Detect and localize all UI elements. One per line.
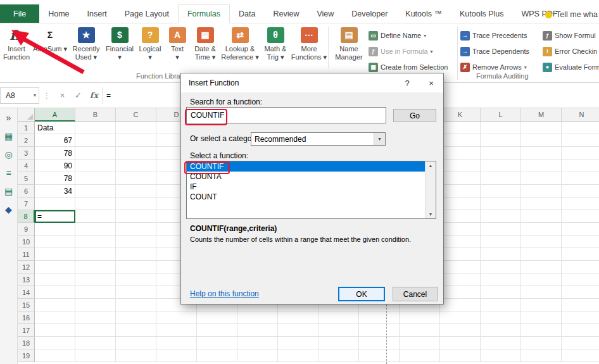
row-header-15[interactable]: 15: [18, 299, 35, 311]
cell-b4[interactable]: [75, 160, 116, 172]
cell-n3[interactable]: [562, 147, 599, 160]
cell-l8[interactable]: [481, 210, 521, 223]
date-time-button[interactable]: ▦Date &Time ▾: [190, 25, 220, 71]
cell-k7[interactable]: [440, 198, 481, 210]
insert-function-fx-button[interactable]: fx: [86, 87, 102, 104]
cell-c5[interactable]: [116, 172, 156, 185]
cell-n19[interactable]: [562, 349, 599, 362]
cell-c12[interactable]: [116, 261, 156, 273]
more-functions-button[interactable]: ⋯MoreFunctions ▾: [291, 25, 327, 71]
cell-a18[interactable]: [35, 337, 75, 349]
recently-used-button[interactable]: ★RecentlyUsed ▾: [68, 25, 104, 71]
tell-me-box[interactable]: Tell me wha: [545, 10, 599, 19]
kutools-grid-icon[interactable]: ▤: [4, 187, 13, 196]
cell-e19[interactable]: [197, 349, 237, 362]
cell-l15[interactable]: [481, 299, 521, 311]
cell-b2[interactable]: [75, 134, 116, 147]
cell-k5[interactable]: [440, 172, 481, 185]
cell-d17[interactable]: [156, 324, 197, 337]
kutools-search-icon[interactable]: ◆: [5, 205, 12, 214]
cell-l7[interactable]: [481, 198, 521, 210]
cancel-button[interactable]: Cancel: [393, 287, 438, 301]
cell-e18[interactable]: [197, 337, 237, 349]
cell-a11[interactable]: [35, 248, 75, 261]
cell-l13[interactable]: [481, 273, 521, 286]
cell-n1[interactable]: [562, 122, 599, 134]
column-header-c[interactable]: C: [116, 108, 156, 122]
cell-b15[interactable]: [75, 299, 116, 311]
cell-b9[interactable]: [75, 223, 116, 235]
error-checking-button[interactable]: !Error Checkin▾: [543, 45, 599, 58]
cell-f18[interactable]: [237, 337, 278, 349]
ok-button[interactable]: OK: [338, 287, 385, 301]
tab-kutools-plus[interactable]: Kutools Plus: [451, 4, 512, 23]
cell-l17[interactable]: [481, 324, 521, 337]
cell-a16[interactable]: [35, 311, 75, 324]
cancel-entry-button[interactable]: ×: [54, 87, 70, 104]
cell-m19[interactable]: [521, 349, 562, 362]
function-item-if[interactable]: IF: [187, 182, 425, 192]
name-manager-button[interactable]: ▤NameManager: [330, 25, 368, 71]
row-header-19[interactable]: 19: [18, 349, 35, 362]
cell-b10[interactable]: [75, 235, 116, 248]
cell-b16[interactable]: [75, 311, 116, 324]
cell-n6[interactable]: [562, 185, 599, 198]
cell-d19[interactable]: [156, 349, 197, 362]
cell-n2[interactable]: [562, 134, 599, 147]
cell-c13[interactable]: [116, 273, 156, 286]
cell-k19[interactable]: [440, 349, 481, 362]
cell-a15[interactable]: [35, 299, 75, 311]
cell-k18[interactable]: [440, 337, 481, 349]
trace-dependents-button[interactable]: →Trace Dependents: [460, 45, 529, 58]
tab-review[interactable]: Review: [264, 4, 308, 23]
function-item-counta[interactable]: COUNTA: [187, 172, 425, 182]
cell-a8[interactable]: =: [35, 210, 75, 223]
tab-page-layout[interactable]: Page Layout: [116, 4, 178, 23]
cell-k11[interactable]: [440, 248, 481, 261]
cell-g16[interactable]: [278, 311, 318, 324]
column-header-k[interactable]: K: [440, 108, 481, 122]
dialog-close-button[interactable]: ×: [419, 73, 443, 92]
cell-m5[interactable]: [521, 172, 562, 185]
cell-k10[interactable]: [440, 235, 481, 248]
cell-g17[interactable]: [278, 324, 318, 337]
tab-insert[interactable]: Insert: [79, 4, 116, 23]
cell-a5[interactable]: 78: [35, 172, 75, 185]
tab-view[interactable]: View: [308, 4, 343, 23]
cell-n13[interactable]: [562, 273, 599, 286]
cell-b19[interactable]: [75, 349, 116, 362]
tab-developer[interactable]: Developer: [343, 4, 396, 23]
cell-k2[interactable]: [440, 134, 481, 147]
cell-h16[interactable]: [318, 311, 359, 324]
cell-l1[interactable]: [481, 122, 521, 134]
scroll-down-icon[interactable]: ▼: [429, 212, 433, 217]
cell-m10[interactable]: [521, 235, 562, 248]
cell-n18[interactable]: [562, 337, 599, 349]
cell-a6[interactable]: 34: [35, 185, 75, 198]
cell-c10[interactable]: [116, 235, 156, 248]
column-header-b[interactable]: B: [75, 108, 116, 122]
cell-b11[interactable]: [75, 248, 116, 261]
cell-m1[interactable]: [521, 122, 562, 134]
function-search-input[interactable]: [186, 107, 386, 123]
cell-j19[interactable]: [400, 349, 440, 362]
logical-button[interactable]: ?Logical▾: [136, 25, 165, 71]
cell-l2[interactable]: [481, 134, 521, 147]
collapse-pane-icon[interactable]: »: [6, 113, 11, 122]
define-name-button[interactable]: ▭Define Name▾: [369, 29, 448, 42]
cell-c18[interactable]: [116, 337, 156, 349]
cell-a7[interactable]: [35, 198, 75, 210]
cell-l3[interactable]: [481, 147, 521, 160]
cell-m11[interactable]: [521, 248, 562, 261]
row-header-4[interactable]: 4: [18, 160, 35, 172]
cell-k12[interactable]: [440, 261, 481, 273]
select-all-corner[interactable]: [18, 108, 35, 122]
cell-b7[interactable]: [75, 198, 116, 210]
cell-n5[interactable]: [562, 172, 599, 185]
function-item-countif[interactable]: COUNTIF: [187, 161, 425, 172]
cell-n14[interactable]: [562, 286, 599, 299]
dialog-title-bar[interactable]: Insert Function ? ×: [181, 73, 443, 92]
cell-k14[interactable]: [440, 286, 481, 299]
cell-n12[interactable]: [562, 261, 599, 273]
cell-l6[interactable]: [481, 185, 521, 198]
